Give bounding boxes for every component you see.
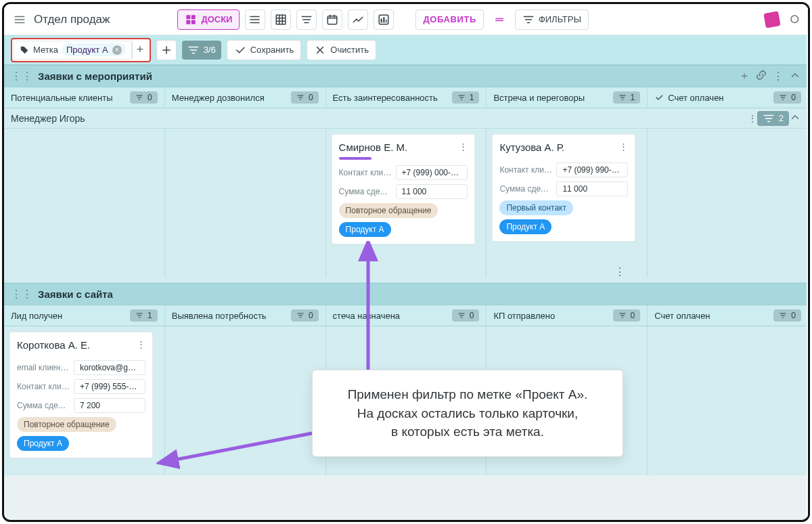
field-label: Контакт клиен… <box>499 165 552 175</box>
filter-bar: Метка Продукт А × + 3/6 Сохранить Очисти… <box>4 35 808 65</box>
card-title: Смирнов Е. М. <box>339 141 408 153</box>
kanban-cell[interactable]: Смирнов Е. М.⋮ Контакт клиен…+7 (999) 00… <box>326 129 487 278</box>
section-add-icon[interactable]: ＋ <box>739 69 750 83</box>
callout-line: Применен фильтр по метке «Проект А». <box>330 385 605 404</box>
field-value[interactable]: +7 (999) 555-55-55 <box>74 379 145 394</box>
card-more-icon[interactable]: ⋮ <box>459 141 468 152</box>
group-row: Менеджер Игорь ⋮ 2 <box>4 108 808 129</box>
column-header[interactable]: Счет оплачен 0 <box>648 87 808 108</box>
add-filter-value-button[interactable]: + <box>132 41 148 60</box>
section-more-icon[interactable]: ⋮ <box>773 70 784 83</box>
card-chip[interactable]: Повторное обращение <box>339 203 438 218</box>
boards-view-button[interactable]: ДОСКИ <box>177 9 240 30</box>
svg-point-5 <box>250 19 251 20</box>
card-chip[interactable]: Первый контакт <box>499 200 573 215</box>
kanban-row-1: Смирнов Е. М.⋮ Контакт клиен…+7 (999) 00… <box>4 129 808 278</box>
kanban-cell[interactable] <box>648 129 808 278</box>
svg-rect-10 <box>381 18 382 22</box>
column-count: 0 <box>291 91 319 104</box>
column-header[interactable]: Выявлена потребность 0 <box>165 305 326 326</box>
section-link-icon[interactable] <box>755 69 767 84</box>
card-chip[interactable]: Продукт А <box>339 222 391 237</box>
field-value[interactable]: +7 (999) 000-00-00 <box>396 165 468 180</box>
column-header[interactable]: Лид получен 1 <box>4 305 165 326</box>
column-header[interactable]: Счет оплачен 0 <box>648 305 808 326</box>
help-icon[interactable] <box>763 11 781 28</box>
dashboard-button[interactable] <box>374 9 394 30</box>
field-value[interactable]: 7 200 <box>74 398 145 413</box>
kanban-card[interactable]: Короткова А. Е.⋮ email клиента:korotkova… <box>9 332 153 458</box>
card-field: Сумма сделки:11 000 <box>499 181 628 196</box>
field-value[interactable]: +7 (099) 990-00-00 <box>556 162 628 177</box>
column-count: 0 <box>773 91 801 104</box>
column-label: КП отправлено <box>493 311 555 321</box>
filter-tag[interactable]: Метка Продукт А × <box>14 41 132 60</box>
filter-value-chip[interactable]: Продукт А × <box>62 43 126 56</box>
column-header[interactable]: Встреча и переговоры 1 <box>487 87 648 108</box>
kanban-card[interactable]: Смирнов Е. М.⋮ Контакт клиен…+7 (999) 00… <box>332 134 475 244</box>
group-more-icon[interactable]: ⋮ <box>748 113 757 124</box>
clear-filter-label: Очистить <box>330 45 369 55</box>
kanban-cell[interactable]: Короткова А. Е.⋮ email клиента:korotkova… <box>4 326 165 475</box>
card-field: Сумма сделки:7 200 <box>17 398 145 413</box>
column-header[interactable]: Есть заинтересованность 1 <box>326 87 487 108</box>
save-filter-button[interactable]: Сохранить <box>227 40 302 60</box>
remove-filter-value-icon[interactable]: × <box>112 45 122 55</box>
kanban-cell[interactable]: Кутузова А. Р.⋮ Контакт клиен…+7 (099) 9… <box>487 129 648 278</box>
card-chip[interactable]: Повторное обращение <box>17 417 116 432</box>
svg-rect-11 <box>384 17 385 22</box>
menu-icon[interactable] <box>11 11 28 28</box>
clear-filter-button[interactable]: Очистить <box>307 40 376 60</box>
drag-icon[interactable]: ⋮⋮ <box>11 288 32 301</box>
kanban-cell[interactable] <box>648 326 808 475</box>
kanban-cell[interactable] <box>165 326 326 475</box>
group-collapse-icon[interactable] <box>789 111 801 125</box>
column-count: 0 <box>291 309 319 322</box>
card-chip[interactable]: Продукт А <box>499 219 551 234</box>
filters-button[interactable]: ФИЛЬТРЫ <box>515 9 589 30</box>
field-value[interactable]: 11 000 <box>556 181 628 196</box>
kanban-card[interactable]: Кутузова А. Р.⋮ Контакт клиен…+7 (099) 9… <box>492 134 635 242</box>
column-header[interactable]: стеча назначена 0 <box>326 305 487 326</box>
svg-rect-3 <box>191 20 196 24</box>
section-header-2: ⋮⋮ Заявки с сайта <box>4 283 808 305</box>
add-options-button[interactable] <box>489 9 510 30</box>
group-label: Менеджер Игорь <box>11 113 85 124</box>
cell-more-icon[interactable]: ⋮ <box>614 265 625 278</box>
field-value[interactable]: 11 000 <box>396 184 468 199</box>
svg-rect-8 <box>328 16 338 24</box>
column-label: Встреча и переговоры <box>493 93 585 103</box>
column-header[interactable]: КП отправлено 0 <box>487 305 648 326</box>
card-more-icon[interactable]: ⋮ <box>137 339 145 349</box>
section-title: Заявки с сайта <box>38 288 113 300</box>
section-collapse-icon[interactable] <box>789 69 801 84</box>
card-chip[interactable]: Продукт А <box>17 436 69 451</box>
visible-columns-indicator[interactable]: 3/6 <box>182 41 221 60</box>
drag-icon[interactable]: ⋮⋮ <box>11 70 32 83</box>
boards-view-label: ДОСКИ <box>201 14 232 24</box>
field-value[interactable]: korotkova@gmail.co… <box>74 360 145 375</box>
columns-header-2: Лид получен 1 Выявлена потребность 0 сте… <box>4 305 808 326</box>
add-button[interactable]: ДОБАВИТЬ <box>415 9 483 30</box>
calendar-button[interactable] <box>322 9 342 30</box>
card-more-icon[interactable]: ⋮ <box>619 141 628 152</box>
column-header[interactable]: Потенциальные клиенты 0 <box>4 87 165 108</box>
columns-header-1: Потенциальные клиенты 0 Менеджер дозвони… <box>4 87 808 108</box>
kanban-cell[interactable] <box>4 129 165 278</box>
column-header[interactable]: Менеджер дозвонился 0 <box>165 87 326 108</box>
search-icon[interactable] <box>786 11 804 28</box>
top-toolbar: Отдел продаж ДОСКИ ДОБАВИТЬ <box>4 4 808 35</box>
filter-value-text: Продукт А <box>66 45 108 55</box>
add-filter-button[interactable] <box>156 40 177 60</box>
card-field: Сумма сделки:11 000 <box>339 184 468 199</box>
kanban-cell[interactable] <box>165 129 326 278</box>
chart-button[interactable] <box>348 9 368 30</box>
column-count: 1 <box>130 309 158 322</box>
sort-button[interactable] <box>296 9 317 30</box>
svg-point-6 <box>250 22 251 23</box>
filter-name-label: Метка <box>33 45 58 55</box>
svg-rect-1 <box>191 15 196 19</box>
column-label: Лид получен <box>11 311 62 321</box>
grid-view-button[interactable] <box>271 9 291 30</box>
list-view-button[interactable] <box>245 9 265 30</box>
